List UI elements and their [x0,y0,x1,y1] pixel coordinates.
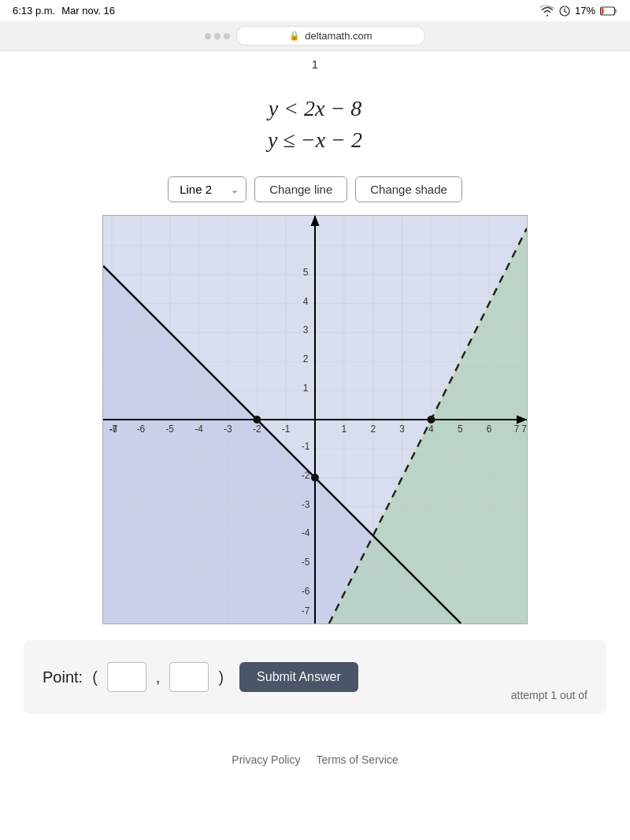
page-number: 1 [0,51,630,74]
status-bar: 6:13 p.m. Mar nov. 16 17% [0,0,630,21]
svg-text:-3: -3 [302,499,310,510]
line-select-wrapper[interactable]: Line 1 Line 2 ⌄ [168,176,246,202]
comma: , [156,668,161,686]
svg-text:-3: -3 [224,424,232,435]
battery-display: 17% [575,5,595,17]
svg-text:-7: -7 [302,605,310,616]
browser-dot-1 [205,33,211,39]
controls: Line 1 Line 2 ⌄ Change line Change shade [0,167,630,215]
lock-icon: 🔒 [289,31,300,41]
battery-icon [600,6,617,16]
svg-text:-4: -4 [195,424,203,435]
svg-text:5: 5 [458,424,463,435]
point-solid-x-intercept [253,416,261,424]
svg-text:-2: -2 [253,424,261,435]
graph-svg: 1 2 3 4 5 6 7 -1 -2 -3 -4 -5 -6 -7 1 2 3… [103,216,527,624]
date-display: Mar nov. 16 [61,5,115,17]
svg-rect-5 [602,8,604,14]
svg-text:-5: -5 [165,424,174,435]
answer-section: Point: ( , ) Submit Answer attempt 1 out… [24,640,606,714]
svg-rect-4 [615,9,617,13]
open-paren: ( [92,668,98,686]
svg-text:-5: -5 [302,557,310,568]
point-dashed-x-intercept [427,416,435,424]
url-text: deltamath.com [305,30,372,42]
svg-text:-4: -4 [302,527,310,538]
svg-text:3: 3 [303,324,309,335]
svg-text:6: 6 [487,424,492,435]
time-display: 6:13 p.m. [13,5,55,17]
submit-answer-button[interactable]: Submit Answer [239,662,358,692]
clock-icon [559,6,570,17]
url-bar[interactable]: 🔒 deltamath.com [236,26,425,46]
x-label-neg8: -8 [109,424,117,434]
close-paren: ) [218,668,224,686]
x-coordinate-input[interactable] [107,662,146,692]
graph-wrapper[interactable]: 1 2 3 4 5 6 7 -1 -2 -3 -4 -5 -6 -7 1 2 3… [102,215,528,624]
graph-container: 1 2 3 4 5 6 7 -1 -2 -3 -4 -5 -6 -7 1 2 3… [0,215,630,624]
change-line-button[interactable]: Change line [254,176,347,202]
svg-text:2: 2 [303,353,309,364]
svg-text:-6: -6 [137,424,146,435]
math-section: y < 2x − 8 y ≤ −x − 2 [0,74,630,167]
svg-text:2: 2 [370,424,376,435]
terms-of-service-link[interactable]: Terms of Service [316,753,398,766]
browser-dot-3 [224,33,230,39]
svg-text:7: 7 [514,424,520,435]
svg-text:-1: -1 [302,441,310,452]
svg-text:5: 5 [303,267,309,278]
point-solid-y-intercept [311,474,319,482]
point-label: Point: [43,668,83,686]
equation-2: y ≤ −x − 2 [0,128,630,153]
svg-text:1: 1 [303,383,309,394]
svg-text:4: 4 [428,424,434,435]
svg-line-2 [565,11,567,13]
attempt-text: attempt 1 out of [511,689,587,701]
equation-1: y < 2x − 8 [0,96,630,121]
browser-dot-2 [214,33,220,39]
svg-text:1: 1 [342,424,347,435]
browser-dots [205,33,230,39]
y-coordinate-input[interactable] [169,662,209,692]
svg-text:-6: -6 [302,586,310,597]
line-select[interactable]: Line 1 Line 2 [168,176,246,202]
status-left: 6:13 p.m. Mar nov. 16 [13,5,115,17]
svg-text:7: 7 [521,424,527,435]
privacy-policy-link[interactable]: Privacy Policy [232,753,300,766]
wifi-icon [540,6,554,17]
svg-text:4: 4 [303,296,309,307]
svg-text:-1: -1 [282,424,291,435]
footer: Privacy Policy Terms of Service [0,730,630,782]
status-right: 17% [540,5,617,17]
change-shade-button[interactable]: Change shade [355,176,462,202]
browser-bar: 🔒 deltamath.com [0,21,630,51]
svg-text:3: 3 [399,424,405,435]
